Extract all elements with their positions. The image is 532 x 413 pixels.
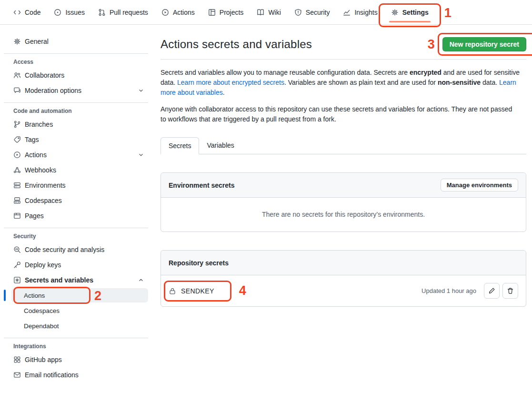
sidebar-item-environments[interactable]: Environments: [11, 178, 148, 192]
play-icon: [161, 9, 169, 16]
tab-issues[interactable]: Issues: [48, 0, 90, 24]
secret-name: SENDKEY: [181, 287, 214, 295]
tab-security[interactable]: Security: [289, 0, 336, 24]
intro-text: .: [223, 89, 225, 96]
intro-text: Secrets and variables allow you to manag…: [161, 69, 410, 76]
tab-label: Settings: [402, 9, 429, 16]
sidebar-item-collaborators[interactable]: Collaborators: [11, 68, 148, 82]
intro-text: . Variables are shown as plain text and …: [284, 79, 438, 86]
issue-opened-icon: [54, 9, 61, 16]
tab-code[interactable]: Code: [8, 0, 46, 24]
sidebar-subitem-dependabot[interactable]: Dependabot: [11, 319, 148, 333]
sidebar-item-label: Secrets and variables: [25, 276, 134, 284]
lock-icon: [169, 287, 176, 295]
sidebar-item-label: Deploy keys: [25, 261, 61, 269]
sidebar-item-label: Tags: [25, 136, 39, 143]
sidebar-subitem-actions[interactable]: Actions 2: [11, 288, 148, 302]
sidebar-item-actions[interactable]: Actions: [11, 148, 148, 162]
sidebar-item-label: Environments: [25, 181, 66, 189]
tab-label: Projects: [220, 9, 244, 16]
key-asterisk-icon: [13, 276, 21, 284]
sidebar-subitem-codespaces[interactable]: Codespaces: [11, 303, 148, 318]
sidebar-item-label: Email notifications: [25, 371, 79, 379]
new-repository-secret-button[interactable]: New repository secret: [442, 37, 526, 51]
secret-row: SENDKEY 4 Updated 1 hour ago: [161, 275, 526, 306]
sidebar-subitem-label: Actions: [24, 292, 45, 299]
chevron-down-icon: [138, 151, 144, 158]
mail-icon: [13, 371, 21, 379]
sidebar-item-label: Branches: [25, 121, 53, 128]
annotation-number-3: 3: [428, 38, 435, 51]
sidebar-item-label: Pages: [25, 212, 44, 220]
sidebar-item-code-security[interactable]: Code security and analysis: [11, 242, 148, 257]
sidebar-divider: [4, 102, 148, 103]
chevron-up-icon: [138, 277, 144, 283]
key-icon: [13, 261, 21, 269]
code-icon: [13, 9, 21, 16]
tab-actions[interactable]: Actions: [156, 0, 201, 24]
table-icon: [208, 9, 216, 16]
page-title: Actions secrets and variables: [161, 38, 312, 51]
annotation-number-4: 4: [239, 284, 246, 297]
pencil-icon: [488, 287, 495, 294]
comment-discussion-icon: [13, 87, 21, 94]
tab-settings[interactable]: Settings 1: [385, 0, 434, 24]
sidebar-item-branches[interactable]: Branches: [11, 117, 148, 131]
active-tab-underline: [389, 21, 431, 22]
server-icon: [13, 181, 21, 189]
graph-icon: [343, 9, 351, 16]
codescan-icon: [13, 246, 21, 253]
tab-label: Security: [306, 9, 330, 16]
intro-bold-encrypted: encrypted: [410, 69, 442, 76]
chevron-down-icon: [138, 87, 144, 94]
secret-updated-text: Updated 1 hour ago: [422, 287, 476, 294]
tab-variables[interactable]: Variables: [199, 137, 241, 154]
book-icon: [257, 9, 264, 16]
edit-secret-button[interactable]: [484, 283, 500, 299]
sidebar-item-label: Collaborators: [25, 71, 64, 79]
delete-secret-button[interactable]: [502, 283, 518, 299]
sidebar-item-label: General: [25, 38, 49, 45]
sidebar-item-tags[interactable]: Tags: [11, 132, 148, 147]
tab-wiki[interactable]: Wiki: [251, 0, 286, 24]
collaborator-access-paragraph: Anyone with collaborator access to this …: [161, 104, 513, 124]
sidebar-item-general[interactable]: General: [11, 34, 148, 49]
sidebar-section-header: Integrations: [13, 343, 148, 350]
tab-pull-requests[interactable]: Pull requests: [92, 0, 154, 24]
shield-icon: [294, 9, 302, 16]
tab-projects[interactable]: Projects: [202, 0, 250, 24]
intro-paragraph: Secrets and variables allow you to manag…: [161, 68, 522, 98]
link-learn-more-encrypted-secrets[interactable]: Learn more about encrypted secrets: [177, 79, 284, 86]
sidebar-section-header: Access: [13, 59, 148, 65]
main-content: Actions secrets and variables 3 New repo…: [153, 25, 532, 307]
sidebar-item-github-apps[interactable]: GitHub apps: [11, 353, 148, 367]
repository-secrets-title: Repository secrets: [169, 259, 229, 267]
sidebar-divider: [4, 338, 148, 338]
browser-icon: [13, 212, 21, 220]
sidebar-item-codespaces[interactable]: Codespaces: [11, 193, 148, 208]
tab-insights[interactable]: Insights: [337, 0, 383, 24]
secrets-variables-tabnav: Secrets Variables: [161, 137, 526, 154]
environment-secrets-empty-message: There are no secrets for this repository…: [161, 198, 526, 232]
manage-environments-button[interactable]: Manage environments: [441, 179, 518, 191]
sidebar-item-moderation-options[interactable]: Moderation options: [11, 83, 148, 98]
secret-name-group: SENDKEY: [169, 287, 214, 295]
sidebar-item-email-notifications[interactable]: Email notifications: [11, 368, 148, 382]
sidebar-item-label: Codespaces: [25, 197, 62, 204]
sidebar-item-pages[interactable]: Pages: [11, 209, 148, 223]
gear-icon: [13, 38, 21, 45]
sidebar-divider: [4, 228, 148, 228]
title-divider: [161, 59, 526, 60]
sidebar-item-label: Moderation options: [25, 87, 134, 94]
sidebar-item-deploy-keys[interactable]: Deploy keys: [11, 258, 148, 272]
apps-icon: [13, 356, 21, 363]
tab-label: Code: [25, 9, 40, 16]
environment-secrets-title: Environment secrets: [169, 181, 235, 189]
tab-secrets[interactable]: Secrets: [161, 137, 199, 154]
codespaces-icon: [13, 197, 21, 204]
sidebar-item-secrets-and-variables[interactable]: Secrets and variables: [11, 273, 148, 287]
tab-label: Issues: [65, 9, 84, 16]
sidebar-item-webhooks[interactable]: Webhooks: [11, 163, 148, 177]
tag-icon: [13, 136, 21, 143]
annotation-number-1: 1: [444, 6, 452, 19]
